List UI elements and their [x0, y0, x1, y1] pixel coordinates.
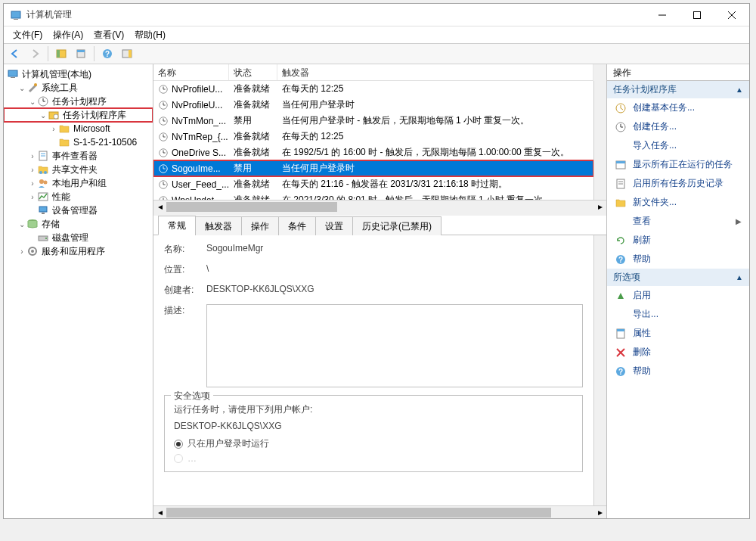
properties-button[interactable] — [73, 45, 89, 62]
refresh-icon — [615, 235, 627, 247]
tree-shared[interactable]: › 共享文件夹 — [4, 163, 153, 176]
column-status[interactable]: 状态 — [229, 64, 277, 80]
tab-actions[interactable]: 操作 — [241, 216, 279, 235]
column-trigger[interactable]: 触发器 — [277, 64, 593, 80]
action-label: 删除 — [633, 346, 651, 359]
action-help-2[interactable]: ? 帮助 — [607, 362, 749, 381]
expand-icon[interactable]: ⌄ — [28, 98, 37, 106]
action-enable-history[interactable]: 启用所有任务历史记录 — [607, 174, 749, 193]
tree-services[interactable]: › 服务和应用程序 — [4, 244, 153, 258]
svg-rect-9 — [77, 50, 85, 52]
menu-view[interactable]: 查看(V) — [89, 27, 129, 43]
tree-eventviewer[interactable]: › 事件查看器 — [4, 149, 153, 163]
task-status: 准备就绪 — [229, 194, 277, 200]
collapse-icon[interactable]: ▲ — [736, 86, 743, 94]
vertical-scrollbar[interactable] — [593, 81, 606, 200]
action-export[interactable]: 导出... — [607, 305, 749, 324]
svg-text:?: ? — [618, 256, 623, 264]
tab-settings[interactable]: 设置 — [315, 216, 353, 235]
action-new-folder[interactable]: 新文件夹... — [607, 193, 749, 212]
svg-rect-30 — [39, 207, 47, 212]
tree-scheduler-library[interactable]: ⌄ 任务计划程序库 — [4, 108, 153, 122]
tree-performance[interactable]: › 性能 — [4, 190, 153, 204]
action-import-task[interactable]: 导入任务... — [607, 136, 749, 155]
menu-help[interactable]: 帮助(H) — [130, 27, 170, 43]
clock-icon — [37, 95, 49, 107]
actions-section-library[interactable]: 任务计划程序库 ▲ — [607, 81, 749, 98]
vertical-scrollbar[interactable] — [593, 235, 606, 505]
menu-action[interactable]: 操作(A) — [48, 27, 88, 43]
action-delete[interactable]: 删除 — [607, 343, 749, 362]
scroll-right-icon[interactable]: ▸ — [593, 201, 606, 213]
description-textarea[interactable] — [206, 304, 583, 387]
storage-icon — [26, 218, 39, 230]
action-help-1[interactable]: ? 帮助 — [607, 250, 749, 269]
back-button[interactable] — [7, 45, 23, 62]
expand-icon[interactable]: ⌄ — [17, 84, 26, 92]
tree-pane[interactable]: 计算机管理(本地) ⌄ 系统工具 ⌄ 任务计划程序 ⌄ 任务计划程序库 › Mi… — [4, 64, 153, 518]
action-refresh[interactable]: 刷新 — [607, 231, 749, 250]
tree-systools[interactable]: ⌄ 系统工具 — [4, 81, 153, 95]
task-status: 准备就绪 — [229, 82, 277, 95]
tree-storage[interactable]: ⌄ 存储 — [4, 217, 153, 231]
scroll-right-icon[interactable]: ▸ — [593, 506, 606, 518]
toolbar: ? — [4, 43, 749, 64]
expand-icon[interactable]: › — [28, 193, 37, 201]
tree-diskmgmt[interactable]: 磁盘管理 — [4, 231, 153, 244]
tree-localusers[interactable]: › 本地用户和组 — [4, 176, 153, 190]
tree-scheduler[interactable]: ⌄ 任务计划程序 — [4, 95, 153, 108]
tab-general[interactable]: 常规 — [158, 216, 196, 235]
expand-icon[interactable]: › — [28, 166, 37, 174]
action-pane-button[interactable] — [119, 45, 135, 62]
tree-sid[interactable]: S-1-5-21-10506 — [4, 135, 153, 149]
task-row[interactable]: NvProfileU...准备就绪当任何用户登录时 — [153, 97, 593, 113]
task-row[interactable]: User_Feed_...准备就绪在每天的 21:16 - 触发器在 2031/… — [153, 176, 593, 192]
task-row[interactable]: WpsUpdat...准备就绪在 2021/3/30 的 8:01 时 - 触发… — [153, 192, 593, 200]
actions-section-selected[interactable]: 所选项 ▲ — [607, 269, 749, 286]
help-button[interactable]: ? — [99, 45, 116, 62]
action-show-running[interactable]: 显示所有正在运行的任务 — [607, 155, 749, 174]
tree-devmgr[interactable]: 设备管理器 — [4, 204, 153, 217]
scroll-left-icon[interactable]: ◂ — [153, 201, 166, 213]
svg-point-16 — [34, 83, 37, 86]
horizontal-scrollbar[interactable]: ◂ ▸ — [153, 200, 606, 213]
scroll-left-icon[interactable]: ◂ — [153, 506, 166, 518]
task-row[interactable]: NvProfileU...准备就绪在每天的 12:25 — [153, 81, 593, 97]
svg-rect-66 — [616, 161, 625, 163]
close-button[interactable] — [714, 4, 749, 26]
task-row[interactable]: NvTmMon_...禁用当任何用户登录时 - 触发后，无限期地每隔 1 小时 … — [153, 113, 593, 129]
maximize-button[interactable] — [680, 4, 714, 26]
horizontal-scrollbar[interactable]: ◂ ▸ — [153, 505, 606, 518]
minimize-button[interactable] — [645, 4, 680, 26]
menu-file[interactable]: 文件(F) — [8, 27, 47, 43]
tab-triggers[interactable]: 触发器 — [195, 216, 242, 235]
action-enable[interactable]: 启用 — [607, 286, 749, 305]
expand-icon[interactable]: › — [28, 152, 37, 160]
task-row[interactable]: OneDrive S...准备就绪在 1992/5/1 的 16:00 时 - … — [153, 145, 593, 160]
tab-conditions[interactable]: 条件 — [278, 216, 316, 235]
tab-history[interactable]: 历史记录(已禁用) — [352, 216, 442, 235]
tree-microsoft[interactable]: › Microsoft — [4, 122, 153, 135]
expand-icon[interactable]: › — [49, 125, 58, 133]
expand-icon[interactable]: › — [17, 247, 26, 256]
expand-icon[interactable]: ⌄ — [17, 220, 26, 229]
tree-root[interactable]: 计算机管理(本地) — [4, 67, 153, 81]
task-list-body[interactable]: NvProfileU...准备就绪在每天的 12:25NvProfileU...… — [153, 81, 593, 200]
expand-icon[interactable]: ⌄ — [39, 111, 48, 120]
task-row[interactable]: NvTmRep_{...准备就绪在每天的 12:25 — [153, 129, 593, 145]
action-create-task[interactable]: 创建任务... — [607, 117, 749, 136]
action-create-basic-task[interactable]: 创建基本任务... — [607, 98, 749, 117]
task-row[interactable]: SogouIme...禁用当任何用户登录时 — [153, 160, 593, 176]
radio-logon-only[interactable]: 只在用户登录时运行 — [174, 437, 573, 450]
computer-icon — [7, 68, 19, 80]
collapse-icon[interactable]: ▲ — [736, 273, 743, 281]
action-view[interactable]: 查看 ▶ — [607, 212, 749, 231]
forward-button[interactable] — [26, 45, 43, 62]
column-name[interactable]: 名称 — [153, 64, 229, 80]
tree-label: Microsoft — [73, 123, 110, 134]
expand-icon[interactable]: › — [28, 179, 37, 188]
action-properties[interactable]: 属性 — [607, 324, 749, 343]
show-hide-tree-button[interactable] — [53, 45, 70, 62]
window-title: 计算机管理 — [26, 8, 645, 21]
radio-hidden[interactable]: … — [174, 453, 573, 464]
